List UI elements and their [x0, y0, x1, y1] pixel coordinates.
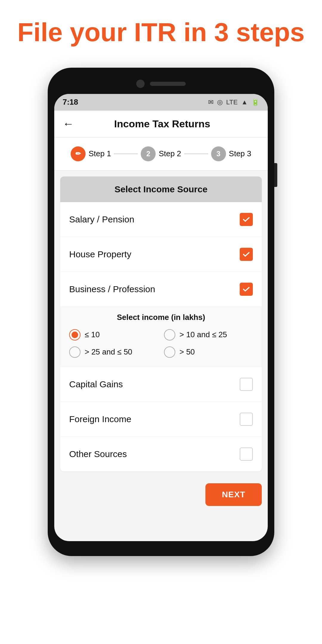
- radio-label-3: > 25 and ≤ 50: [85, 347, 132, 357]
- mail-icon: ✉: [208, 98, 213, 106]
- app-bar: ← Income Tax Returns: [54, 111, 268, 137]
- status-bar: 7:18 ✉ ◎ LTE ▲ 🔋: [54, 94, 268, 111]
- camera-dot: [136, 80, 145, 88]
- income-range-title: Select income (in lakhs): [69, 313, 253, 322]
- side-button: [274, 163, 277, 187]
- steps-container: ✏ Step 1 2 Step 2 3 Step 3: [54, 137, 268, 171]
- radio-label-1: ≤ 10: [85, 330, 100, 339]
- step-line-2: [184, 154, 208, 154]
- income-label-foreign: Foreign Income: [69, 414, 131, 424]
- status-time: 7:18: [63, 97, 78, 107]
- step-3-label: Step 3: [229, 149, 251, 158]
- radio-outer-2: [164, 329, 175, 340]
- network-icon: ▲: [241, 98, 248, 106]
- income-row-house: House Property: [60, 237, 262, 272]
- radio-label-2: > 10 and ≤ 25: [179, 330, 227, 339]
- income-card-title: Select Income Source: [114, 184, 208, 194]
- speaker-bar: [150, 82, 186, 86]
- step-2-circle: 2: [141, 146, 156, 161]
- radio-label-4: > 50: [179, 347, 195, 357]
- radio-option-2[interactable]: > 10 and ≤ 25: [164, 329, 253, 340]
- income-label-business: Business / Profession: [69, 284, 155, 294]
- phone-screen: 7:18 ✉ ◎ LTE ▲ 🔋 ← Income Tax Returns ✏ …: [54, 94, 268, 541]
- radio-option-3[interactable]: > 25 and ≤ 50: [69, 346, 158, 358]
- battery-icon: 🔋: [251, 98, 259, 106]
- checkbox-business[interactable]: [240, 283, 253, 296]
- checkbox-capital[interactable]: [240, 378, 253, 391]
- step-2-item: 2 Step 2: [141, 146, 181, 161]
- radio-inner-1: [72, 332, 78, 338]
- step-line-1: [114, 154, 138, 154]
- step-1-label: Step 1: [89, 149, 111, 158]
- checkbox-salary[interactable]: [240, 213, 253, 226]
- income-row-capital: Capital Gains: [60, 367, 262, 402]
- income-row-salary: Salary / Pension: [60, 202, 262, 237]
- content-area: Select Income Source Salary / Pension Ho…: [54, 171, 268, 477]
- income-label-house: House Property: [69, 249, 131, 259]
- income-row-other: Other Sources: [60, 437, 262, 471]
- phone-notch: [54, 77, 268, 91]
- signal-icon: ◎: [217, 98, 223, 106]
- radio-outer-1: [69, 329, 80, 340]
- back-button[interactable]: ←: [63, 117, 74, 130]
- app-bar-title: Income Tax Returns: [80, 118, 244, 130]
- income-row-business: Business / Profession: [60, 272, 262, 307]
- step-1-item: ✏ Step 1: [71, 146, 111, 161]
- step-3-item: 3 Step 3: [211, 146, 251, 161]
- radio-grid: ≤ 10 > 10 and ≤ 25 > 25 and ≤ 50: [69, 329, 253, 358]
- next-btn-area: NEXT: [54, 477, 268, 515]
- hero-title: File your ITR in 3 steps: [5, 18, 316, 47]
- income-label-capital: Capital Gains: [69, 379, 123, 389]
- income-card-header: Select Income Source: [60, 177, 262, 202]
- radio-outer-3: [69, 346, 80, 358]
- checkbox-other[interactable]: [240, 448, 253, 461]
- step-3-circle: 3: [211, 146, 226, 161]
- step-1-circle: ✏: [71, 146, 86, 161]
- income-row-foreign: Foreign Income: [60, 402, 262, 437]
- income-range-section: Select income (in lakhs) ≤ 10 >: [60, 307, 262, 367]
- income-label-other: Other Sources: [69, 449, 127, 459]
- income-label-salary: Salary / Pension: [69, 214, 134, 225]
- next-button[interactable]: NEXT: [205, 483, 262, 506]
- status-icons: ✉ ◎ LTE ▲ 🔋: [208, 98, 260, 106]
- radio-option-1[interactable]: ≤ 10: [69, 329, 158, 340]
- phone-frame: 7:18 ✉ ◎ LTE ▲ 🔋 ← Income Tax Returns ✏ …: [48, 68, 274, 556]
- income-source-card: Select Income Source Salary / Pension Ho…: [60, 177, 262, 471]
- step-2-label: Step 2: [159, 149, 181, 158]
- lte-label: LTE: [226, 98, 238, 106]
- checkbox-foreign[interactable]: [240, 413, 253, 426]
- checkbox-house[interactable]: [240, 248, 253, 261]
- radio-option-4[interactable]: > 50: [164, 346, 253, 358]
- radio-outer-4: [164, 346, 175, 358]
